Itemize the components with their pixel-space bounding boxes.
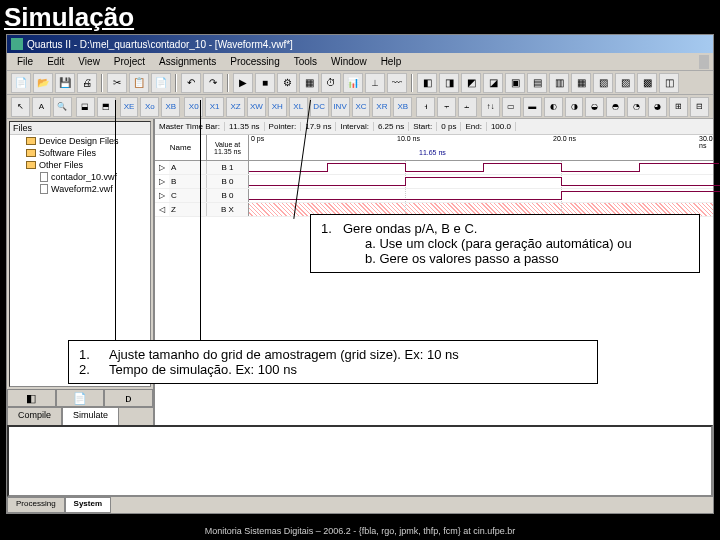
- tree-group[interactable]: Device Design Files: [10, 135, 150, 147]
- side-tab-design[interactable]: ᴅ: [104, 389, 153, 407]
- wave-tool-button[interactable]: ◒: [585, 97, 604, 117]
- cut-button[interactable]: ✂: [107, 73, 127, 93]
- simulate-tab[interactable]: Simulate: [62, 407, 119, 425]
- compile-button[interactable]: ▶: [233, 73, 253, 93]
- tool-button[interactable]: ◪: [483, 73, 503, 93]
- wave-tool-button[interactable]: ▭: [502, 97, 521, 117]
- xc-button[interactable]: XC: [352, 97, 371, 117]
- chip-button[interactable]: ▦: [299, 73, 319, 93]
- annotation-arrow: [200, 100, 201, 345]
- xdc-button[interactable]: DC: [310, 97, 329, 117]
- tool-button[interactable]: ◧: [417, 73, 437, 93]
- tool-button[interactable]: ▥: [549, 73, 569, 93]
- pins-button[interactable]: ⟂: [365, 73, 385, 93]
- menu-project[interactable]: Project: [108, 54, 151, 69]
- wave-tool-button[interactable]: ◑: [565, 97, 584, 117]
- xo-button[interactable]: Xo: [140, 97, 159, 117]
- text-button[interactable]: A: [32, 97, 51, 117]
- pointer-button[interactable]: ↖: [11, 97, 30, 117]
- tree-group[interactable]: Other Files: [10, 159, 150, 171]
- wave-tool-button[interactable]: ◓: [606, 97, 625, 117]
- signal-wave[interactable]: [249, 189, 713, 202]
- time-cursor[interactable]: 11.65 ns: [419, 149, 446, 156]
- align-button[interactable]: ⫠: [458, 97, 477, 117]
- menu-edit[interactable]: Edit: [41, 54, 70, 69]
- side-tab-hierarchy[interactable]: ◧: [7, 389, 56, 407]
- signal-name: B: [169, 175, 207, 188]
- callout-waves: 1.Gere ondas p/A, B e C. a. Use um clock…: [310, 214, 700, 273]
- menu-processing[interactable]: Processing: [224, 54, 285, 69]
- align-button[interactable]: ⫞: [416, 97, 435, 117]
- report-button[interactable]: 📊: [343, 73, 363, 93]
- sort-button[interactable]: ↑↓: [481, 97, 500, 117]
- xe-button[interactable]: XE: [120, 97, 139, 117]
- copy-button[interactable]: 📋: [129, 73, 149, 93]
- tool-button[interactable]: ▦: [571, 73, 591, 93]
- side-tab-files[interactable]: 📄: [56, 389, 105, 407]
- wave-tool-button[interactable]: ◕: [648, 97, 667, 117]
- signal-row[interactable]: ▷ C B 0: [155, 189, 713, 203]
- compile-tab[interactable]: Compile: [7, 407, 62, 425]
- menu-view[interactable]: View: [72, 54, 106, 69]
- new-button[interactable]: 📄: [11, 73, 31, 93]
- tool-button[interactable]: ▩: [637, 73, 657, 93]
- status-tabs: Processing System: [7, 497, 111, 513]
- align-button[interactable]: ⫟: [437, 97, 456, 117]
- undo-button[interactable]: ↶: [181, 73, 201, 93]
- menu-assignments[interactable]: Assignments: [153, 54, 222, 69]
- redo-button[interactable]: ↷: [203, 73, 223, 93]
- xb-button[interactable]: XB: [161, 97, 180, 117]
- wave-tool-button[interactable]: ⊞: [669, 97, 688, 117]
- tool-button[interactable]: ▤: [527, 73, 547, 93]
- tree-file[interactable]: Waveform2.vwf: [10, 183, 150, 195]
- menu-tools[interactable]: Tools: [288, 54, 323, 69]
- tree-file[interactable]: contador_10.vwf: [10, 171, 150, 183]
- processing-tab[interactable]: Processing: [7, 497, 65, 513]
- messages-panel[interactable]: [7, 425, 713, 497]
- wave-tool-button[interactable]: ⊟: [690, 97, 709, 117]
- wave-tool-button[interactable]: ▬: [523, 97, 542, 117]
- callout-num: 1.: [321, 221, 343, 236]
- timing-button[interactable]: ⏱: [321, 73, 341, 93]
- xz-button[interactable]: XZ: [226, 97, 245, 117]
- tree-group[interactable]: Software Files: [10, 147, 150, 159]
- xw-button[interactable]: XW: [247, 97, 266, 117]
- wave-button[interactable]: 〰: [387, 73, 407, 93]
- wave-tool-button[interactable]: ◐: [544, 97, 563, 117]
- signal-wave[interactable]: [249, 161, 713, 174]
- print-button[interactable]: 🖨: [77, 73, 97, 93]
- open-button[interactable]: 📂: [33, 73, 53, 93]
- menu-help[interactable]: Help: [375, 54, 408, 69]
- time-ticks[interactable]: 0 ps 10.0 ns 20.0 ns 30.0 ns 11.65 ns: [249, 135, 713, 160]
- xr-button[interactable]: XR: [372, 97, 391, 117]
- tool-button[interactable]: ▧: [593, 73, 613, 93]
- file-icon: [40, 172, 48, 182]
- signal-row[interactable]: ▷ A B 1: [155, 161, 713, 175]
- menu-window[interactable]: Window: [325, 54, 373, 69]
- menu-overflow-icon[interactable]: [699, 55, 709, 69]
- signal-value: B X: [207, 203, 249, 216]
- xinv-button[interactable]: INV: [331, 97, 350, 117]
- marker-button[interactable]: ⬒: [97, 97, 116, 117]
- signal-row[interactable]: ▷ B B 0: [155, 175, 713, 189]
- tool-button[interactable]: ◨: [439, 73, 459, 93]
- paste-button[interactable]: 📄: [151, 73, 171, 93]
- tool-button[interactable]: ◫: [659, 73, 679, 93]
- save-button[interactable]: 💾: [55, 73, 75, 93]
- system-tab[interactable]: System: [65, 497, 111, 513]
- tool-button[interactable]: ▨: [615, 73, 635, 93]
- stop-button[interactable]: ■: [255, 73, 275, 93]
- menu-file[interactable]: File: [11, 54, 39, 69]
- xh-button[interactable]: XH: [268, 97, 287, 117]
- marker-button[interactable]: ⬓: [76, 97, 95, 117]
- xb2-button[interactable]: XB: [393, 97, 412, 117]
- wave-tool-button[interactable]: ◔: [627, 97, 646, 117]
- settings-button[interactable]: ⚙: [277, 73, 297, 93]
- x1-button[interactable]: X1: [205, 97, 224, 117]
- tool-button[interactable]: ◩: [461, 73, 481, 93]
- zoom-button[interactable]: 🔍: [53, 97, 72, 117]
- xl-button[interactable]: XL: [289, 97, 308, 117]
- signal-wave[interactable]: [249, 175, 713, 188]
- tool-button[interactable]: ▣: [505, 73, 525, 93]
- tick: 30.0 ns: [699, 135, 713, 149]
